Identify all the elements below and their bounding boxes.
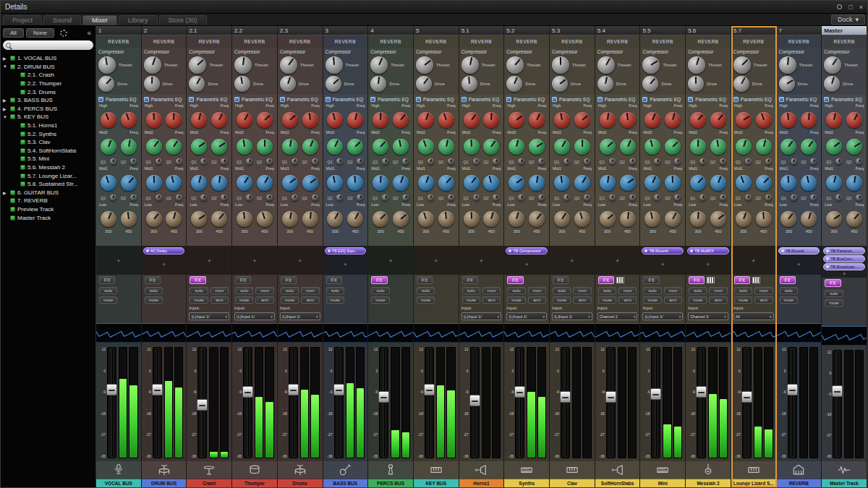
track-name-label[interactable]: PERCS BUS [368, 479, 413, 487]
drive-knob[interactable] [144, 76, 160, 92]
fader-handle[interactable] [424, 384, 435, 395]
high-freq-knob[interactable] [438, 112, 454, 128]
add-insert-button[interactable]: + [279, 247, 321, 275]
low-gain-knob[interactable] [418, 211, 434, 227]
sidebar-track-item[interactable]: 2.1. Crash [1, 71, 95, 80]
arm-button[interactable]: arm [664, 296, 682, 304]
mute-button[interactable]: mute [235, 296, 253, 304]
q1-knob[interactable] [473, 158, 480, 165]
arm-button[interactable]: arm [618, 296, 637, 304]
solo-button[interactable]: solo [734, 287, 752, 294]
plugin-enable-icon[interactable] [826, 249, 829, 252]
mid1-freq-knob[interactable] [438, 175, 454, 191]
mid2-gain-knob[interactable] [644, 139, 660, 155]
q2-knob[interactable] [810, 158, 817, 165]
mid1-gain-knob[interactable] [780, 175, 796, 191]
low-gain-knob[interactable] [600, 211, 616, 227]
drive-knob[interactable] [280, 76, 296, 92]
fader-track[interactable] [197, 347, 207, 458]
high-freq-knob[interactable] [710, 112, 726, 128]
reverb-send-label[interactable]: REVERB [96, 35, 141, 48]
sidebar-track-item[interactable]: 5.1. Horns1 [1, 121, 95, 130]
insert-plugin-pill[interactable]: TB MuBFX [687, 247, 729, 254]
mid2-freq-knob[interactable] [211, 139, 227, 155]
fx-button[interactable]: FX [553, 276, 569, 284]
sidebar-track-item[interactable]: 5.5. Mini [1, 155, 95, 163]
q2-knob[interactable] [538, 194, 545, 201]
reverb-send-label[interactable]: REVERB [731, 35, 776, 48]
fx-button[interactable]: FX [281, 276, 297, 284]
channel-strip-5.7[interactable]: 5.7REVERBCompressorThreshDriveParametric… [731, 26, 777, 487]
q1-knob[interactable] [200, 158, 207, 165]
low-gain-knob[interactable] [464, 211, 480, 227]
insert-plugin-pill[interactable]: TB Reverb [778, 247, 820, 254]
fader-handle[interactable] [560, 391, 571, 403]
solo-button[interactable]: solo [371, 287, 389, 294]
mid1-freq-knob[interactable] [121, 175, 137, 191]
channel-number[interactable]: 5.5 [640, 26, 685, 35]
channel-strip-5.4[interactable]: 5.4REVERBCompressorThreshDriveParametric… [595, 26, 641, 487]
mid1-gain-knob[interactable] [644, 175, 660, 191]
high-gain-knob[interactable] [826, 112, 842, 128]
q1-knob[interactable] [563, 194, 570, 201]
q2-knob[interactable] [266, 158, 273, 165]
high-freq-knob[interactable] [121, 112, 137, 128]
insert-plugin-pill[interactable]: TB Broadcast... [823, 263, 865, 270]
q2-knob[interactable] [357, 194, 363, 201]
mute-button[interactable]: mute [780, 296, 798, 304]
high-freq-knob[interactable] [211, 112, 227, 128]
mid2-gain-knob[interactable] [237, 139, 252, 155]
plugin-enable-icon[interactable] [644, 249, 647, 252]
q1-knob[interactable] [835, 194, 842, 201]
track-name-label[interactable]: Messiah 2 [686, 479, 731, 487]
track-name-label[interactable]: Lounge Lizard S... [731, 479, 776, 487]
mid2-freq-knob[interactable] [710, 139, 726, 155]
mid1-freq-knob[interactable] [756, 175, 772, 191]
q2-knob[interactable] [538, 158, 545, 165]
channel-strip-2.3[interactable]: 2.3REVERBCompressorThreshDriveParametric… [278, 26, 323, 487]
channel-number[interactable]: 2.1 [187, 26, 231, 35]
mid2-gain-knob[interactable] [146, 139, 162, 155]
mid1-freq-knob[interactable] [257, 175, 273, 191]
low-gain-knob[interactable] [101, 211, 116, 227]
input-selector[interactable]: (L)Input 1/▾ [234, 312, 275, 320]
q2-knob[interactable] [402, 158, 409, 165]
drive-knob[interactable] [370, 76, 386, 92]
sidebar-track-item[interactable]: 2.3. Drums [1, 87, 95, 96]
fader-handle[interactable] [152, 384, 163, 395]
mid1-gain-knob[interactable] [736, 175, 752, 191]
fader-track[interactable] [379, 347, 388, 458]
fx-button[interactable]: FX [780, 276, 796, 284]
fx-button[interactable]: FX [643, 276, 659, 284]
q2-knob[interactable] [629, 194, 636, 201]
q1-knob[interactable] [563, 158, 570, 165]
channel-number[interactable]: Master [822, 26, 867, 35]
reverb-send-label[interactable]: REVERB [550, 35, 595, 48]
track-name-label[interactable]: Synths [504, 479, 549, 487]
low-freq-knob[interactable] [302, 211, 318, 227]
mid2-gain-knob[interactable] [554, 139, 570, 155]
track-name-label[interactable]: Horns1 [459, 479, 504, 487]
mid2-freq-knob[interactable] [483, 139, 499, 155]
fader-track[interactable] [606, 347, 616, 458]
add-insert-button[interactable]: + [98, 247, 140, 275]
reverb-send-label[interactable]: REVERB [323, 35, 368, 48]
fader-track[interactable] [153, 347, 162, 458]
channel-strip-7[interactable]: 7REVERBCompressorThreshDriveParametric E… [777, 26, 822, 487]
q1-knob[interactable] [609, 194, 616, 201]
mid1-gain-knob[interactable] [327, 175, 343, 191]
solo-button[interactable]: solo [190, 287, 208, 294]
q1-knob[interactable] [382, 194, 388, 201]
reverb-send-label[interactable]: REVERB [232, 35, 277, 48]
track-name-label[interactable]: Clav [550, 479, 595, 487]
mid1-freq-knob[interactable] [801, 175, 817, 191]
track-name-label[interactable]: KEY BUS [414, 479, 459, 487]
track-name-label[interactable]: Thumper [232, 479, 277, 487]
mid2-gain-knob[interactable] [780, 139, 796, 155]
track-name-label[interactable]: DRUM BUS [142, 479, 187, 487]
mid2-freq-knob[interactable] [846, 139, 862, 155]
monitor-button[interactable]: mon [573, 287, 591, 294]
expand-arrow-icon[interactable]: ▶ [3, 56, 8, 61]
mid2-freq-knob[interactable] [257, 139, 273, 155]
q1-knob[interactable] [292, 158, 298, 165]
